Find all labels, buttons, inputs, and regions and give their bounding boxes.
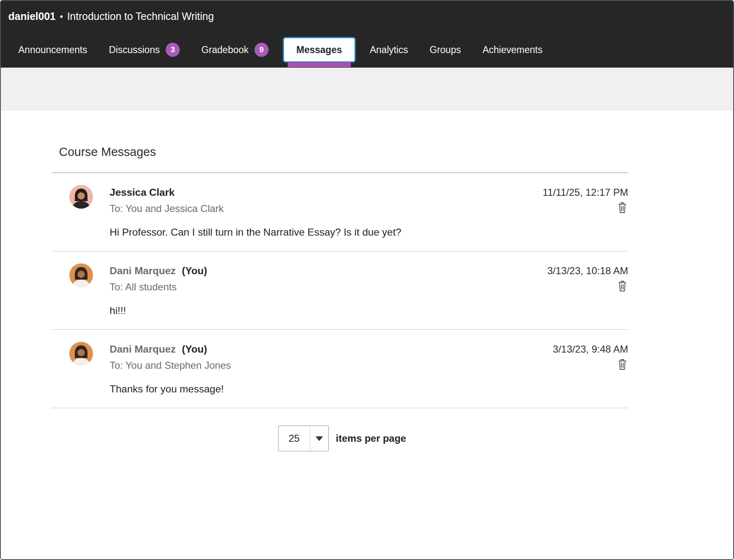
- message-row[interactable]: Jessica Clark 11/11/25, 12:17 PM To: You…: [51, 173, 628, 251]
- tab-label: Discussions: [109, 44, 160, 56]
- sender-name: Jessica Clark: [110, 187, 175, 198]
- tab-analytics[interactable]: Analytics: [359, 32, 419, 68]
- message-subline: To: You and Stephen Jones: [110, 358, 628, 373]
- message-timestamp: 3/13/23, 9:48 AM: [553, 342, 628, 356]
- sender-you-suffix: (You): [182, 343, 207, 355]
- unread-count-badge: 9: [254, 43, 269, 57]
- message-row[interactable]: Dani Marquez (You) 3/13/23, 10:18 AM To:…: [51, 251, 628, 330]
- sender[interactable]: Dani Marquez (You): [110, 264, 207, 278]
- message-subline: To: All students: [110, 280, 628, 294]
- message-recipients: To: You and Jessica Clark: [110, 202, 224, 216]
- items-per-page-label: items per page: [336, 433, 406, 444]
- sender-name: Dani Marquez: [110, 265, 176, 276]
- tab-label: Analytics: [370, 44, 408, 56]
- course-header: daniel001 • Introduction to Technical Wr…: [1, 1, 733, 32]
- items-per-page-select[interactable]: 25: [278, 426, 329, 451]
- course-title: Introduction to Technical Writing: [67, 10, 214, 22]
- delete-message-button[interactable]: [617, 202, 628, 214]
- pagination: 25 items per page: [1, 426, 708, 451]
- tab-achievements[interactable]: Achievements: [472, 32, 553, 68]
- message-body: Hi Professor. Can I still turn in the Na…: [110, 225, 628, 239]
- trash-icon: [617, 202, 628, 214]
- subheader-band: [1, 68, 733, 110]
- message-body: Thanks for you message!: [110, 382, 628, 396]
- avatar: [69, 342, 93, 365]
- sender-name: Dani Marquez: [110, 343, 176, 355]
- tab-label: Messages: [296, 44, 342, 56]
- message-row[interactable]: Dani Marquez (You) 3/13/23, 9:48 AM To: …: [51, 330, 628, 408]
- tab-groups[interactable]: Groups: [419, 32, 472, 68]
- tab-label: Gradebook: [201, 44, 249, 56]
- tab-label: Announcements: [18, 44, 87, 56]
- page-title: Course Messages: [59, 145, 733, 159]
- unread-count-badge: 3: [166, 43, 180, 57]
- sender-you-suffix: (You): [182, 265, 207, 276]
- separator-dot: •: [60, 11, 63, 22]
- person-avatar-icon: [69, 185, 93, 209]
- person-avatar-icon: [69, 342, 93, 365]
- content-panel: Course Messages Jessica Clark 11/11/25, …: [1, 110, 733, 559]
- message-header-line: Dani Marquez (You) 3/13/23, 10:18 AM: [110, 264, 628, 278]
- username: daniel001: [8, 10, 56, 22]
- message-header-line: Jessica Clark 11/11/25, 12:17 PM: [110, 185, 628, 200]
- app-window: daniel001 • Introduction to Technical Wr…: [0, 0, 734, 560]
- trash-icon: [617, 358, 628, 371]
- tab-label: Achievements: [482, 44, 542, 56]
- message-timestamp: 3/13/23, 10:18 AM: [547, 264, 628, 278]
- message-timestamp: 11/11/25, 12:17 PM: [543, 185, 628, 200]
- items-per-page-value: 25: [279, 426, 310, 451]
- tab-announcements[interactable]: Announcements: [7, 32, 98, 68]
- sender[interactable]: Jessica Clark: [110, 185, 175, 200]
- course-nav: AnnouncementsDiscussions3Gradebook9Messa…: [1, 32, 733, 68]
- delete-message-button[interactable]: [617, 280, 628, 292]
- tab-messages[interactable]: Messages: [283, 37, 356, 63]
- message-recipients: To: You and Stephen Jones: [110, 358, 231, 373]
- tab-discussions[interactable]: Discussions3: [98, 32, 191, 68]
- chevron-down-icon: [310, 426, 328, 451]
- avatar: [69, 263, 93, 287]
- message-header-line: Dani Marquez (You) 3/13/23, 9:48 AM: [110, 342, 628, 356]
- person-avatar-icon: [69, 263, 93, 287]
- active-tab-underline: [288, 62, 351, 67]
- message-list: Jessica Clark 11/11/25, 12:17 PM To: You…: [51, 173, 628, 408]
- message-subline: To: You and Jessica Clark: [110, 202, 628, 216]
- tab-label: Groups: [430, 44, 461, 56]
- message-body: hi!!!: [110, 304, 628, 318]
- message-recipients: To: All students: [110, 280, 176, 294]
- delete-message-button[interactable]: [617, 358, 628, 371]
- sender[interactable]: Dani Marquez (You): [110, 342, 207, 356]
- avatar: [69, 185, 93, 209]
- tab-gradebook[interactable]: Gradebook9: [191, 32, 279, 68]
- trash-icon: [617, 280, 628, 292]
